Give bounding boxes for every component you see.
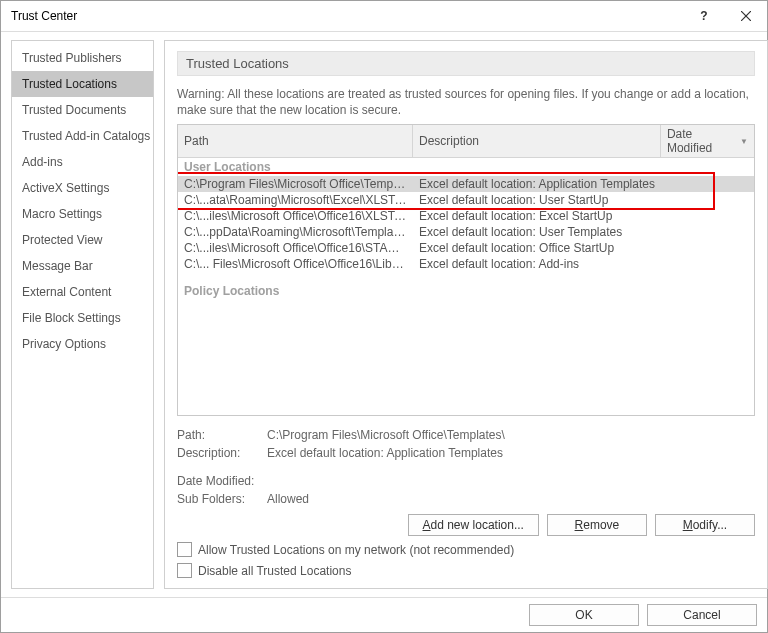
main-panel: Trusted Locations Warning: All these loc… <box>164 40 768 589</box>
cell-description: Excel default location: User Templates <box>413 224 661 240</box>
disable-all-locations-row: Disable all Trusted Locations <box>177 563 755 578</box>
dialog-footer: OK Cancel <box>1 597 767 632</box>
cell-path: C:\... Files\Microsoft Office\Office16\L… <box>178 256 413 272</box>
column-path[interactable]: Path <box>178 125 413 157</box>
sidebar-item-external-content[interactable]: External Content <box>12 279 153 305</box>
cell-date <box>661 224 754 240</box>
cell-path: C:\...iles\Microsoft Office\Office16\XLS… <box>178 208 413 224</box>
detail-description-value: Excel default location: Application Temp… <box>267 444 503 462</box>
sidebar-item-protected-view[interactable]: Protected View <box>12 227 153 253</box>
cell-description: Excel default location: Excel StartUp <box>413 208 661 224</box>
column-date-label: Date Modified <box>667 127 740 155</box>
cell-date <box>661 176 754 192</box>
action-buttons: Add new location... Remove Modify... <box>177 514 755 536</box>
sidebar-item-file-block-settings[interactable]: File Block Settings <box>12 305 153 331</box>
ok-button[interactable]: OK <box>529 604 639 626</box>
sidebar-item-activex-settings[interactable]: ActiveX Settings <box>12 175 153 201</box>
selected-location-details: Path: C:\Program Files\Microsoft Office\… <box>177 416 755 508</box>
titlebar: Trust Center ? <box>1 1 767 32</box>
remove-button[interactable]: Remove <box>547 514 647 536</box>
sidebar-item-trusted-documents[interactable]: Trusted Documents <box>12 97 153 123</box>
cell-description: Excel default location: Office StartUp <box>413 240 661 256</box>
cell-description: Excel default location: Application Temp… <box>413 176 661 192</box>
add-new-location-button[interactable]: Add new location... <box>408 514 539 536</box>
cancel-button[interactable]: Cancel <box>647 604 757 626</box>
allow-network-locations-row: Allow Trusted Locations on my network (n… <box>177 542 755 557</box>
chevron-down-icon: ▼ <box>740 137 748 146</box>
user-locations-group: User Locations <box>178 158 754 176</box>
table-row[interactable]: C:\Program Files\Microsoft Office\Templa… <box>178 176 754 192</box>
close-button[interactable] <box>725 1 767 31</box>
detail-date-key: Date Modified: <box>177 472 267 490</box>
cell-path: C:\...iles\Microsoft Office\Office16\STA… <box>178 240 413 256</box>
detail-path-value: C:\Program Files\Microsoft Office\Templa… <box>267 426 505 444</box>
policy-locations-group: Policy Locations <box>178 282 754 300</box>
help-button[interactable]: ? <box>683 1 725 31</box>
cell-date <box>661 192 754 208</box>
table-row[interactable]: C:\...ata\Roaming\Microsoft\Excel\XLSTAR… <box>178 192 754 208</box>
table-row[interactable]: C:\...iles\Microsoft Office\Office16\STA… <box>178 240 754 256</box>
sidebar-item-privacy-options[interactable]: Privacy Options <box>12 331 153 357</box>
close-icon <box>741 11 751 21</box>
column-date-modified[interactable]: Date Modified ▼ <box>661 125 754 157</box>
cell-date <box>661 240 754 256</box>
warning-text: Warning: All these locations are treated… <box>177 86 755 118</box>
category-sidebar: Trusted Publishers Trusted Locations Tru… <box>11 40 154 589</box>
sidebar-item-trusted-locations[interactable]: Trusted Locations <box>12 71 153 97</box>
allow-network-locations-checkbox[interactable] <box>177 542 192 557</box>
sidebar-item-add-ins[interactable]: Add-ins <box>12 149 153 175</box>
detail-subfolders-key: Sub Folders: <box>177 490 267 508</box>
detail-description-key: Description: <box>177 444 267 462</box>
locations-table: Path Description Date Modified ▼ User Lo… <box>177 124 755 416</box>
sidebar-item-message-bar[interactable]: Message Bar <box>12 253 153 279</box>
cell-description: Excel default location: Add-ins <box>413 256 661 272</box>
window-title: Trust Center <box>11 9 683 23</box>
table-row[interactable]: C:\... Files\Microsoft Office\Office16\L… <box>178 256 754 272</box>
cell-date <box>661 256 754 272</box>
detail-path-key: Path: <box>177 426 267 444</box>
cell-path: C:\...ppData\Roaming\Microsoft\Templates… <box>178 224 413 240</box>
cell-path: C:\Program Files\Microsoft Office\Templa… <box>178 176 413 192</box>
trust-center-dialog: Trust Center ? Trusted Publishers Truste… <box>0 0 768 633</box>
table-header: Path Description Date Modified ▼ <box>178 125 754 158</box>
allow-network-locations-label: Allow Trusted Locations on my network (n… <box>198 543 514 557</box>
disable-all-locations-label: Disable all Trusted Locations <box>198 564 351 578</box>
detail-subfolders-value: Allowed <box>267 490 309 508</box>
sidebar-item-trusted-publishers[interactable]: Trusted Publishers <box>12 45 153 71</box>
cell-path: C:\...ata\Roaming\Microsoft\Excel\XLSTAR… <box>178 192 413 208</box>
cell-date <box>661 208 754 224</box>
column-description[interactable]: Description <box>413 125 661 157</box>
modify-button[interactable]: Modify... <box>655 514 755 536</box>
sidebar-item-macro-settings[interactable]: Macro Settings <box>12 201 153 227</box>
table-row[interactable]: C:\...ppData\Roaming\Microsoft\Templates… <box>178 224 754 240</box>
table-row[interactable]: C:\...iles\Microsoft Office\Office16\XLS… <box>178 208 754 224</box>
disable-all-locations-checkbox[interactable] <box>177 563 192 578</box>
section-heading: Trusted Locations <box>177 51 755 76</box>
cell-description: Excel default location: User StartUp <box>413 192 661 208</box>
sidebar-item-trusted-addin-catalogs[interactable]: Trusted Add-in Catalogs <box>12 123 153 149</box>
